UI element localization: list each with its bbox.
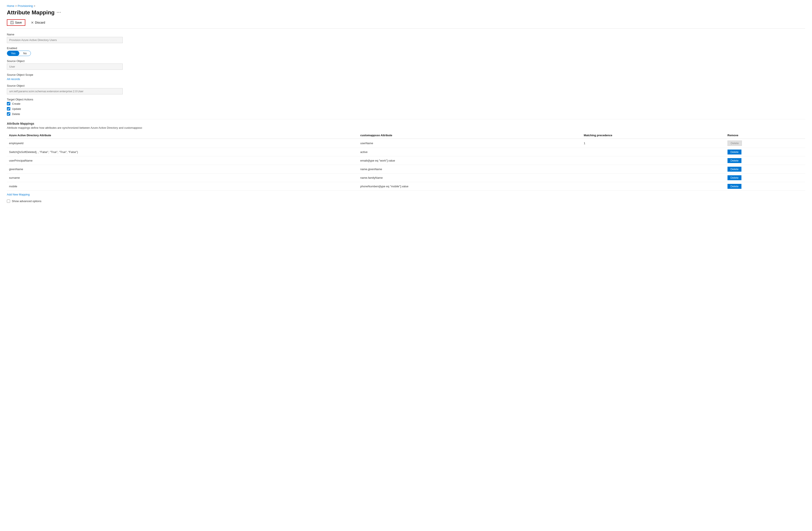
col-header-aad: Azure Active Directory Attribute	[7, 132, 358, 139]
page-title-container: Attribute Mapping ···	[7, 9, 805, 16]
source-object-input[interactable]	[7, 63, 123, 70]
save-label: Save	[15, 21, 22, 24]
discard-label: Discard	[35, 21, 45, 24]
show-advanced-label: Show advanced options	[12, 200, 41, 203]
cell-match	[582, 174, 725, 182]
breadcrumb-home[interactable]: Home	[7, 4, 14, 8]
cell-aad: surname	[7, 174, 358, 182]
svg-rect-1	[11, 21, 13, 22]
name-section: Name	[7, 33, 805, 43]
all-records-link[interactable]: All records	[7, 77, 20, 81]
breadcrumb: Home > Provisioning >	[7, 4, 805, 8]
toolbar: Save ✕ Discard	[7, 19, 805, 29]
attr-mappings-section: Attribute Mappings Attribute mappings de…	[7, 122, 805, 203]
breadcrumb-sep2: >	[34, 4, 35, 8]
enabled-toggle-group: Yes No	[7, 51, 31, 56]
cell-custom: name.givenName	[358, 165, 582, 174]
create-label: Create	[12, 102, 20, 105]
table-row: userPrincipalNameemails[type eq "work"].…	[7, 156, 805, 165]
update-checkbox-row: Update	[7, 107, 805, 111]
breadcrumb-provisioning[interactable]: Provisioning	[18, 4, 33, 8]
cell-aad: mobile	[7, 182, 358, 191]
create-checkbox-row: Create	[7, 102, 805, 105]
delete-button[interactable]: Delete	[727, 149, 742, 155]
cell-custom: emails[type eq "work"].value	[358, 156, 582, 165]
col-header-custom: customappsso Attribute	[358, 132, 582, 139]
save-icon	[10, 21, 14, 24]
cell-remove: Delete	[725, 156, 805, 165]
cell-remove: Delete	[725, 165, 805, 174]
cell-match	[582, 165, 725, 174]
table-row: givenNamename.givenNameDelete	[7, 165, 805, 174]
target-actions-label: Target Object Actions	[7, 98, 805, 101]
col-header-match: Matching precedence	[582, 132, 725, 139]
enabled-label: Enabled	[7, 46, 805, 50]
delete-button[interactable]: Delete	[727, 184, 742, 189]
enabled-section: Enabled Yes No	[7, 46, 805, 56]
delete-checkbox-row: Delete	[7, 112, 805, 116]
cell-aad: employeeId	[7, 139, 358, 148]
cell-custom: userName	[358, 139, 582, 148]
attr-mappings-title: Attribute Mappings	[7, 122, 805, 125]
save-button[interactable]: Save	[7, 19, 25, 26]
name-label: Name	[7, 33, 805, 36]
create-checkbox[interactable]	[7, 102, 10, 105]
cell-remove: Delete	[725, 182, 805, 191]
section-divider	[7, 119, 805, 119]
cell-match: 1	[582, 139, 725, 148]
cell-match	[582, 148, 725, 156]
update-label: Update	[12, 107, 21, 111]
source-scope-label: Source Object Scope	[7, 73, 805, 76]
source-object-section: Source Object	[7, 59, 805, 70]
table-row: surnamename.familyNameDelete	[7, 174, 805, 182]
toggle-yes-button[interactable]: Yes	[7, 51, 19, 56]
discard-button[interactable]: ✕ Discard	[29, 19, 47, 26]
attr-mappings-table: Azure Active Directory Attribute customa…	[7, 132, 805, 191]
cell-aad: Switch([IsSoftDeleted], , "False", "True…	[7, 148, 358, 156]
cell-remove: Delete	[725, 174, 805, 182]
source-object-label: Source Object	[7, 59, 805, 63]
cell-match	[582, 182, 725, 191]
discard-icon: ✕	[31, 20, 34, 25]
delete-button-disabled: Delete	[727, 141, 742, 146]
cell-custom: name.familyName	[358, 174, 582, 182]
cell-match	[582, 156, 725, 165]
name-input[interactable]	[7, 37, 123, 43]
target-source-section: Source Object	[7, 84, 805, 95]
target-source-label: Source Object	[7, 84, 805, 87]
cell-aad: userPrincipalName	[7, 156, 358, 165]
delete-button[interactable]: Delete	[727, 167, 742, 172]
cell-custom: active	[358, 148, 582, 156]
delete-checkbox[interactable]	[7, 112, 10, 116]
show-advanced-checkbox[interactable]	[7, 200, 10, 203]
show-advanced-row: Show advanced options	[7, 200, 805, 203]
update-checkbox[interactable]	[7, 107, 10, 111]
table-row: mobilephoneNumbers[type eq "mobile"].val…	[7, 182, 805, 191]
table-row: Switch([IsSoftDeleted], , "False", "True…	[7, 148, 805, 156]
target-source-input[interactable]	[7, 88, 123, 95]
cell-custom: phoneNumbers[type eq "mobile"].value	[358, 182, 582, 191]
breadcrumb-sep1: >	[15, 4, 17, 8]
delete-button[interactable]: Delete	[727, 158, 742, 163]
col-header-remove: Remove	[725, 132, 805, 139]
attr-mappings-desc: Attribute mappings define how attributes…	[7, 126, 805, 129]
toggle-no-button[interactable]: No	[19, 51, 31, 56]
cell-remove: Delete	[725, 148, 805, 156]
source-scope-section: Source Object Scope All records	[7, 73, 805, 81]
page-title: Attribute Mapping	[7, 9, 55, 16]
cell-remove: Delete	[725, 139, 805, 148]
svg-rect-3	[11, 23, 13, 24]
cell-aad: givenName	[7, 165, 358, 174]
delete-button[interactable]: Delete	[727, 175, 742, 180]
add-new-mapping-link[interactable]: Add New Mapping	[7, 193, 30, 196]
table-row: employeeIduserName1Delete	[7, 139, 805, 148]
target-actions-section: Target Object Actions Create Update Dele…	[7, 98, 805, 116]
page-more-options[interactable]: ···	[57, 10, 61, 15]
delete-label: Delete	[12, 112, 20, 116]
